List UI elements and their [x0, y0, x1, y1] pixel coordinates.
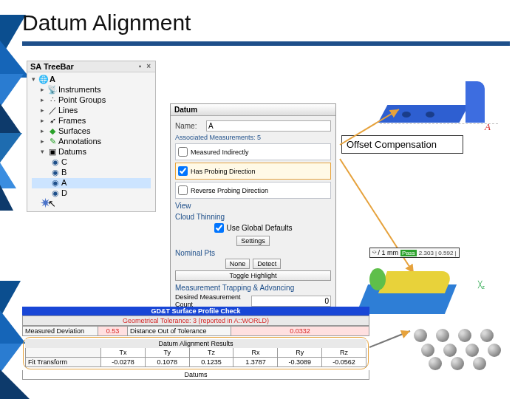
nominal-section-label: Nominal Pts — [175, 249, 331, 257]
gdt-callout-symbol: ⌔ / 1 mm — [372, 249, 398, 256]
col-ty: Ty — [146, 348, 190, 357]
datum-folder-icon: ▣ — [48, 148, 57, 157]
tree-cursor: ✷↖ — [32, 199, 151, 209]
trapping-section-label: Measurement Trapping & Advancing — [175, 284, 331, 292]
datum-name-input[interactable] — [206, 120, 331, 132]
instrument-icon: 📡 — [48, 86, 57, 95]
frame-icon: ➶ — [48, 117, 57, 126]
settings-button[interactable]: Settings — [236, 236, 270, 246]
fit-transform-label: Fit Transform — [26, 358, 101, 366]
desired-count-input[interactable] — [251, 296, 332, 307]
fit-rx: 1.3787 — [233, 358, 278, 366]
datum-dialog: Datum Name: Associated Measurements: 5 M… — [170, 103, 336, 330]
has-probing-checkbox[interactable] — [178, 166, 188, 176]
fit-ry: -0.3089 — [278, 358, 322, 366]
results-title-2: Geometrical Tolerance: 3 (reported in A:… — [22, 316, 369, 326]
datum-icon: ◉ — [51, 189, 60, 198]
datum-alignment-subhead: Datum Alignment Results — [25, 339, 366, 348]
fit-rz: -0.0562 — [322, 358, 366, 366]
col-ry: Ry — [278, 348, 322, 357]
datum-a-label: A — [485, 121, 491, 133]
page-title: Datum Alignment — [22, 10, 191, 35]
cloud-section-label: Cloud Thinning — [175, 213, 331, 221]
tree-item-pointgroups[interactable]: ▸∴Point Groups — [32, 95, 151, 106]
name-label: Name: — [175, 122, 206, 130]
dialog-title: Datum — [171, 104, 335, 116]
offset-compensation-callout: Offset Compensation — [341, 135, 463, 154]
datum-icon: ◉ — [51, 168, 60, 177]
global-defaults-label: Use Global Defaults — [227, 224, 293, 232]
global-defaults-checkbox[interactable] — [214, 223, 224, 233]
measured-indirectly-checkbox[interactable] — [178, 147, 188, 157]
name-row: Name: — [175, 120, 331, 132]
treebar-title-text: SA TreeBar — [30, 62, 74, 71]
reverse-probing-checkbox[interactable] — [178, 185, 188, 195]
view-section-label: View — [175, 202, 331, 210]
datum-icon: ◉ — [51, 179, 60, 188]
datum-icon: ◉ — [51, 158, 60, 167]
tree-item-datums[interactable]: ▾▣Datums — [32, 147, 151, 157]
detect-button[interactable]: Detect — [253, 259, 281, 269]
toggle-highlight-button[interactable]: Toggle Highlight — [175, 270, 331, 281]
measured-deviation-label: Measured Deviation — [23, 327, 98, 335]
has-probing-label: Has Probing Direction — [191, 168, 256, 175]
results-title-1: GD&T Surface Profile Check — [22, 307, 369, 316]
points-icon: ∴ — [48, 96, 57, 105]
measured-indirectly-label: Measured Indirectly — [191, 149, 249, 156]
gdt-callout-box: ⌔ / 1 mm Pass 2.303 | 0.592 | — [369, 248, 460, 258]
gdt-results-table: GD&T Surface Profile Check Geometrical T… — [22, 307, 369, 380]
treebar-header: SA TreeBar ▪ × — [27, 61, 155, 72]
fit-ty: 0.1078 — [146, 358, 190, 366]
blue-bracket-model: A — [380, 69, 498, 129]
line-icon: ／ — [48, 106, 57, 115]
col-rz: Rz — [322, 348, 366, 357]
annotation-icon: ✎ — [48, 137, 57, 146]
distance-oot-value: 0.0332 — [231, 327, 369, 335]
desired-count-label: Desired Measurement Count — [175, 293, 251, 308]
gdt-callout-values: 2.303 | 0.592 | — [419, 250, 457, 256]
tree-item-frames[interactable]: ▸➶Frames — [32, 116, 151, 126]
col-tz: Tz — [190, 348, 234, 357]
tree-datum-b[interactable]: ◉B — [32, 168, 151, 178]
col-rx: Rx — [233, 348, 278, 357]
title-underline — [22, 41, 510, 46]
cursor-arrow-icon: ↖ — [48, 199, 56, 208]
reverse-probing-label: Reverse Probing Direction — [191, 187, 268, 194]
sa-treebar-panel: SA TreeBar ▪ × ▾ 🌐 A ▸📡Instruments ▸∴Poi… — [27, 61, 156, 212]
surface-icon: ◆ — [48, 127, 57, 136]
distance-oot-label: Distance Out of Tolerance — [128, 327, 231, 335]
tree-item-annotations[interactable]: ▸✎Annotations — [32, 137, 151, 147]
treebar-window-controls[interactable]: ▪ × — [139, 62, 152, 71]
measured-deviation-value: 0.53 — [98, 327, 128, 335]
tree-root-node[interactable]: ▾ 🌐 A — [32, 75, 151, 85]
tree-item-surfaces[interactable]: ▸◆Surfaces — [32, 126, 151, 137]
associated-measurements-label: Associated Measurements: 5 — [175, 134, 331, 141]
tree-root-label: A — [50, 75, 55, 84]
datums-caption: Datums — [22, 370, 369, 380]
gdt-pass-badge: Pass — [400, 250, 417, 256]
world-icon: 🌐 — [39, 75, 48, 84]
fit-tz: 0.1235 — [190, 358, 234, 366]
probe-spheres — [414, 329, 502, 369]
tree-item-lines[interactable]: ▸／Lines — [32, 106, 151, 116]
tree-datum-c[interactable]: ◉C — [32, 157, 151, 168]
tree-item-instruments[interactable]: ▸📡Instruments — [32, 85, 151, 95]
fit-tx: -0.0278 — [101, 358, 146, 366]
frame-axis-icon: ╳z — [478, 281, 485, 290]
none-button[interactable]: None — [225, 259, 250, 269]
col-tx: Tx — [101, 348, 146, 357]
tree-datum-a[interactable]: ◉A — [32, 178, 151, 188]
